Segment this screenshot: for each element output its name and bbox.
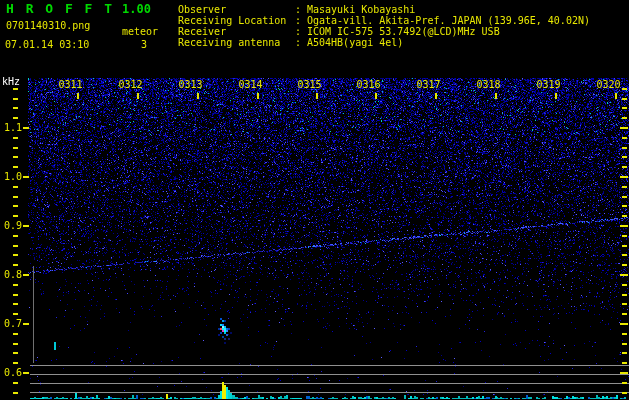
freq-minor-tick-right	[622, 107, 627, 109]
freq-tick-label: 0.7	[0, 318, 22, 329]
freq-tick-mark-right	[620, 372, 628, 374]
freq-minor-tick	[13, 156, 18, 158]
time-tick-label: 0317	[415, 79, 442, 90]
freq-minor-tick	[13, 147, 18, 149]
freq-minor-tick-right	[622, 156, 627, 158]
time-tick-label: 0320	[595, 79, 622, 90]
freq-minor-tick	[13, 343, 18, 345]
freq-tick-mark-right	[620, 176, 628, 178]
info-colon: :	[295, 4, 307, 15]
freq-minor-tick-right	[622, 88, 627, 90]
freq-minor-tick	[13, 137, 18, 139]
freq-minor-tick	[13, 254, 18, 256]
freq-tick-mark-right	[620, 225, 628, 227]
freq-minor-tick	[13, 284, 18, 286]
freq-minor-tick-right	[622, 343, 627, 345]
freq-tick-mark-right	[620, 274, 628, 276]
info-value: A504HB(yagi 4el)	[307, 37, 403, 48]
time-tick-mark	[137, 93, 139, 99]
freq-minor-tick-right	[622, 245, 627, 247]
freq-minor-tick-right	[622, 215, 627, 217]
freq-tick-mark	[23, 225, 29, 227]
time-tick-mark	[375, 93, 377, 99]
time-tick-mark	[615, 93, 617, 99]
time-tick-mark	[77, 93, 79, 99]
receiver-info-block: Observer: Masayuki KobayashiReceiving Lo…	[178, 4, 590, 48]
info-value: Ogata-vill. Akita-Pref. JAPAN (139.96E, …	[307, 15, 590, 26]
freq-minor-tick-right	[622, 313, 627, 315]
freq-minor-tick	[13, 196, 18, 198]
time-tick-mark	[197, 93, 199, 99]
freq-tick-label: 1.1	[0, 122, 22, 133]
freq-minor-tick	[13, 362, 18, 364]
freq-minor-tick	[13, 215, 18, 217]
freq-tick-label: 0.9	[0, 220, 22, 231]
mode-label: meteor	[122, 26, 158, 37]
freq-minor-tick-right	[622, 235, 627, 237]
time-tick-label: 0319	[535, 79, 562, 90]
freq-tick-label: 1.0	[0, 171, 22, 182]
info-row: Receiving antenna: A504HB(yagi 4el)	[178, 37, 590, 48]
freq-minor-tick-right	[622, 264, 627, 266]
info-row: Observer: Masayuki Kobayashi	[178, 4, 590, 15]
freq-minor-tick-right	[622, 392, 627, 394]
freq-minor-tick	[13, 205, 18, 207]
datetime-label: 07.01.14 03:10	[5, 39, 89, 50]
info-value: ICOM IC-575 53.7492(@LCD)MHz USB	[307, 26, 500, 37]
freq-minor-tick-right	[622, 186, 627, 188]
freq-minor-tick	[13, 382, 18, 384]
freq-minor-tick	[13, 333, 18, 335]
freq-minor-tick	[13, 235, 18, 237]
time-tick-label: 0313	[177, 79, 204, 90]
freq-tick-mark	[23, 127, 29, 129]
freq-minor-tick-right	[622, 137, 627, 139]
freq-minor-tick-right	[622, 166, 627, 168]
freq-tick-label: 0.6	[0, 367, 22, 378]
time-tick-label: 0318	[475, 79, 502, 90]
freq-minor-tick	[13, 264, 18, 266]
time-tick-mark	[316, 93, 318, 99]
freq-tick-mark	[23, 323, 29, 325]
spectrogram-canvas	[0, 0, 629, 400]
time-tick-mark	[435, 93, 437, 99]
freq-minor-tick	[13, 98, 18, 100]
info-colon: :	[295, 15, 307, 26]
output-filename: 0701140310.png	[6, 20, 90, 31]
time-tick-label: 0314	[237, 79, 264, 90]
freq-minor-tick	[13, 88, 18, 90]
freq-minor-tick-right	[622, 147, 627, 149]
time-tick-label: 0311	[57, 79, 84, 90]
freq-tick-mark	[23, 176, 29, 178]
freq-minor-tick-right	[622, 254, 627, 256]
freq-axis-unit: kHz	[2, 76, 20, 87]
info-row: Receiving Location: Ogata-vill. Akita-Pr…	[178, 15, 590, 26]
freq-minor-tick	[13, 117, 18, 119]
freq-minor-tick	[13, 245, 18, 247]
freq-tick-label: 0.8	[0, 269, 22, 280]
freq-minor-tick-right	[622, 303, 627, 305]
freq-minor-tick-right	[622, 196, 627, 198]
freq-tick-mark-right	[620, 323, 628, 325]
time-tick-label: 0315	[296, 79, 323, 90]
freq-tick-mark-right	[620, 127, 628, 129]
freq-minor-tick-right	[622, 117, 627, 119]
time-tick-label: 0312	[117, 79, 144, 90]
freq-minor-tick-right	[622, 362, 627, 364]
info-label: Receiving Location	[178, 15, 295, 26]
freq-minor-tick	[13, 352, 18, 354]
freq-minor-tick	[13, 392, 18, 394]
app-title: H R O F F T	[6, 3, 114, 14]
time-tick-label: 0316	[355, 79, 382, 90]
freq-tick-mark	[23, 372, 29, 374]
time-tick-mark	[495, 93, 497, 99]
freq-minor-tick-right	[622, 333, 627, 335]
info-label: Receiving antenna	[178, 37, 295, 48]
info-colon: :	[295, 26, 307, 37]
freq-minor-tick-right	[622, 284, 627, 286]
time-tick-mark	[555, 93, 557, 99]
app-version: 1.00	[122, 4, 151, 15]
hrofft-screen: H R O F F T 1.00 0701140310.png meteor 0…	[0, 0, 629, 400]
freq-minor-tick-right	[622, 382, 627, 384]
freq-tick-mark	[23, 274, 29, 276]
freq-minor-tick	[13, 166, 18, 168]
